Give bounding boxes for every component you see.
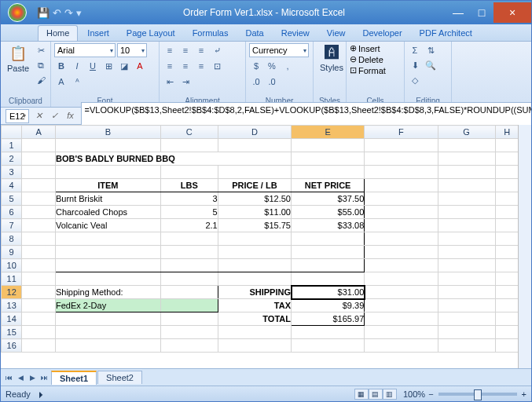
cell-b5[interactable]: Burnt Briskit <box>55 192 160 206</box>
cell[interactable] <box>55 259 160 272</box>
zoom-slider[interactable] <box>438 393 517 396</box>
cell-c6[interactable]: 5 <box>160 206 218 219</box>
row-header[interactable]: 8 <box>2 232 22 246</box>
format-painter-button[interactable]: 🖌 <box>34 73 48 87</box>
sheet-tab-sheet1[interactable]: Sheet1 <box>51 371 97 385</box>
cut-button[interactable]: ✂ <box>34 43 48 57</box>
col-header-a[interactable]: A <box>22 126 56 139</box>
copy-button[interactable]: ⧉ <box>34 58 48 72</box>
normal-view-button[interactable]: ▦ <box>354 389 369 400</box>
row-header[interactable]: 6 <box>2 206 22 219</box>
tab-insert[interactable]: Insert <box>79 26 117 41</box>
col-header-b[interactable]: B <box>55 126 160 139</box>
col-header-c[interactable]: C <box>160 126 218 139</box>
bold-button[interactable]: B <box>54 59 68 73</box>
cell-c7[interactable]: 2.1 <box>160 219 218 232</box>
cell-b12[interactable]: Shipping Method: <box>55 286 160 299</box>
cell-d7[interactable]: $15.75 <box>218 219 291 232</box>
decrease-decimal-button[interactable]: .0 <box>265 75 279 89</box>
vertical-scrollbar[interactable] <box>518 125 531 368</box>
cell-e7[interactable]: $33.08 <box>292 219 365 232</box>
grid[interactable]: A B C D E F G H 1 2BOB'S BADLY BURNED BB… <box>1 125 518 368</box>
tab-home[interactable]: Home <box>38 25 78 41</box>
cell-b2[interactable]: BOB'S BADLY BURNED BBQ <box>55 152 291 166</box>
align-bottom-button[interactable]: ≡ <box>194 43 208 57</box>
wrap-text-button[interactable]: ⤶ <box>210 43 224 57</box>
row-header[interactable]: 14 <box>2 312 22 326</box>
find-button[interactable]: 🔍 <box>424 58 438 72</box>
cell-b4[interactable]: ITEM <box>55 179 160 192</box>
page-layout-view-button[interactable]: ▤ <box>369 389 383 400</box>
cell-d4[interactable]: PRICE / LB <box>218 179 291 192</box>
percent-button[interactable]: % <box>265 59 279 73</box>
cell-e5[interactable]: $37.50 <box>292 192 365 206</box>
cell-e12-selected[interactable]: $31.00 <box>292 286 365 299</box>
fill-color-button[interactable]: ◪ <box>117 59 131 73</box>
tab-data[interactable]: Data <box>237 26 271 41</box>
align-center-button[interactable]: ≡ <box>178 59 193 73</box>
prev-sheet-icon[interactable]: ◀ <box>15 374 27 382</box>
row-header[interactable]: 9 <box>2 246 22 259</box>
last-sheet-icon[interactable]: ⏭ <box>39 374 50 382</box>
row-header[interactable]: 3 <box>2 166 22 179</box>
italic-button[interactable]: I <box>70 59 84 73</box>
cell-e4[interactable]: NET PRICE <box>292 179 365 192</box>
next-sheet-icon[interactable]: ▶ <box>27 374 39 382</box>
tab-review[interactable]: Review <box>273 26 317 41</box>
align-top-button[interactable]: ≡ <box>163 43 177 57</box>
cell-d5[interactable]: $12.50 <box>218 192 291 206</box>
cell-b7[interactable]: Volcanic Veal <box>55 219 160 232</box>
first-sheet-icon[interactable]: ⏮ <box>3 374 15 382</box>
autosum-button[interactable]: Σ <box>408 43 422 57</box>
select-all-corner[interactable] <box>2 126 22 139</box>
tab-formulas[interactable]: Formulas <box>185 26 237 41</box>
cell-d14[interactable]: TOTAL <box>218 312 291 326</box>
row-header[interactable]: 1 <box>2 139 22 152</box>
number-format-combo[interactable]: Currency <box>249 43 309 57</box>
insert-cells-button[interactable]: Insert <box>358 44 380 53</box>
cell-e14[interactable]: $165.97 <box>292 312 365 326</box>
undo-icon[interactable]: ↶ <box>53 7 61 19</box>
redo-icon[interactable]: ↷ <box>64 7 73 19</box>
tab-page-layout[interactable]: Page Layout <box>119 26 183 41</box>
col-header-d[interactable]: D <box>218 126 291 139</box>
delete-cells-button[interactable]: Delete <box>358 55 383 64</box>
row-header[interactable]: 10 <box>2 259 22 272</box>
row-header[interactable]: 11 <box>2 272 22 286</box>
row-header[interactable]: 4 <box>2 179 22 192</box>
increase-decimal-button[interactable]: .0 <box>249 75 263 89</box>
tab-developer[interactable]: Developer <box>354 26 409 41</box>
font-color-button[interactable]: A <box>133 59 147 73</box>
office-button[interactable] <box>1 1 34 24</box>
row-header[interactable]: 2 <box>2 152 22 166</box>
cell-e6[interactable]: $55.00 <box>292 206 365 219</box>
name-box[interactable]: E12 <box>6 109 29 123</box>
paste-button[interactable]: 📋Paste <box>4 43 32 75</box>
cell[interactable] <box>55 246 160 259</box>
align-left-button[interactable]: ≡ <box>163 59 177 73</box>
tab-pdf-architect[interactable]: PDF Architect <box>412 26 480 41</box>
col-header-h[interactable]: H <box>495 126 518 139</box>
font-size-combo[interactable]: 10 <box>117 43 147 57</box>
cell-b6[interactable]: Charcoaled Chops <box>55 206 160 219</box>
cell-b13[interactable]: FedEx 2-Day <box>55 299 160 312</box>
cell-d12[interactable]: SHIPPING <box>218 286 291 299</box>
zoom-out-button[interactable]: − <box>428 389 433 399</box>
shrink-font-button[interactable]: ᴬ <box>70 75 84 89</box>
col-header-e[interactable]: E <box>292 126 365 139</box>
zoom-in-button[interactable]: + <box>522 389 526 399</box>
col-header-g[interactable]: G <box>438 126 495 139</box>
fill-button[interactable]: ⬇ <box>408 58 422 72</box>
save-icon[interactable]: 💾 <box>37 7 50 19</box>
close-button[interactable]: × <box>493 2 531 23</box>
sort-filter-button[interactable]: ⇅ <box>424 43 438 57</box>
align-right-button[interactable]: ≡ <box>194 59 208 73</box>
page-break-view-button[interactable]: ▥ <box>383 389 397 400</box>
cell-d6[interactable]: $11.00 <box>218 206 291 219</box>
cell-c5[interactable]: 3 <box>160 192 218 206</box>
align-middle-button[interactable]: ≡ <box>178 43 193 57</box>
cell[interactable] <box>55 232 160 246</box>
cell-e13[interactable]: $9.39 <box>292 299 365 312</box>
underline-button[interactable]: U <box>86 59 100 73</box>
col-header-f[interactable]: F <box>365 126 438 139</box>
